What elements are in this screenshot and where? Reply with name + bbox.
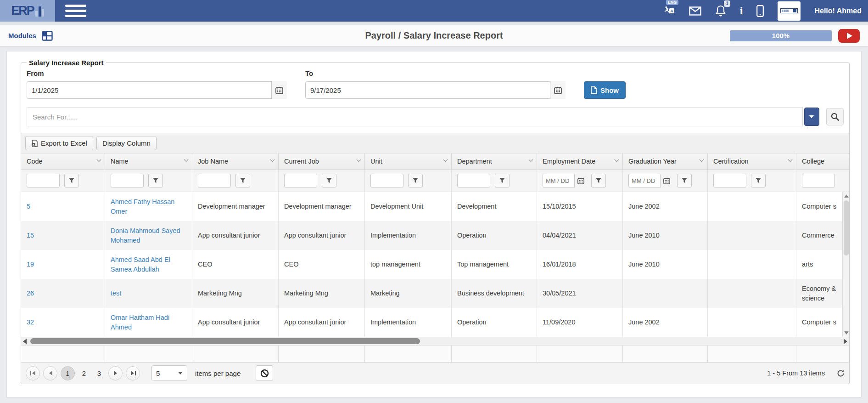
chevron-down-icon[interactable]	[356, 159, 361, 162]
table-row[interactable]: 32 Omar Haitham Hadi Ahmed App consultan…	[21, 308, 842, 337]
vertical-scrollbar[interactable]	[842, 192, 849, 337]
table-row[interactable]: 5 Ahmed Fathy Hassan Omer Development ma…	[21, 192, 842, 221]
cancel-icon	[260, 369, 269, 378]
language-switcher[interactable]: ENG A	[663, 6, 675, 17]
scroll-left-arrow-icon[interactable]	[23, 339, 27, 344]
employee-code-link[interactable]: 32	[27, 318, 34, 327]
horizontal-scrollbar[interactable]	[21, 337, 849, 346]
employee-code-link[interactable]: 5	[27, 202, 30, 211]
column-header-current-job[interactable]: Current Job	[279, 153, 365, 169]
filter-button-code[interactable]	[64, 174, 79, 187]
table-row[interactable]: 26 test Marketing Mng Marketing Mng Mark…	[21, 279, 842, 308]
search-input[interactable]	[27, 107, 803, 126]
export-to-excel-button[interactable]: x Export to Excel	[25, 136, 93, 150]
mail-button[interactable]	[689, 6, 701, 16]
filter-input-certification[interactable]	[713, 174, 746, 187]
chevron-down-icon[interactable]	[184, 159, 189, 162]
unit-cell: Implementation	[365, 221, 452, 250]
to-date-calendar-button[interactable]	[550, 81, 566, 99]
filter-input-unit[interactable]	[370, 174, 403, 187]
to-date-input[interactable]	[305, 81, 566, 99]
column-header-department[interactable]: Department	[452, 153, 537, 169]
filter-input-code[interactable]	[27, 174, 60, 187]
horizontal-scrollbar-thumb[interactable]	[30, 338, 420, 344]
chevron-down-icon[interactable]	[788, 159, 793, 162]
clear-filters-button[interactable]	[256, 365, 273, 381]
column-header-name[interactable]: Name	[105, 153, 192, 169]
department-cell: Business development	[452, 279, 537, 308]
erp-logo[interactable]: ERP	[0, 0, 55, 22]
filter-input-department[interactable]	[457, 174, 490, 187]
mobile-app-button[interactable]	[756, 5, 764, 17]
page-size-select[interactable]: 5	[151, 365, 187, 381]
employee-name-link[interactable]: Ahmed Fathy Hassan Omer	[111, 197, 186, 216]
filter-button-graduation-year[interactable]	[677, 174, 692, 187]
display-column-button[interactable]: Display Column	[96, 136, 157, 150]
page-button-current[interactable]: 1	[61, 366, 75, 380]
notifications-button[interactable]: 1	[715, 5, 726, 17]
search-button[interactable]	[826, 108, 844, 125]
page-button-3[interactable]: 3	[93, 369, 105, 377]
chevron-down-icon[interactable]	[443, 159, 448, 162]
info-button[interactable]: i	[740, 5, 743, 17]
filter-calendar-button-graduation[interactable]	[660, 174, 672, 187]
column-header-employment-date[interactable]: Employment Date	[537, 153, 623, 169]
from-date-calendar-button[interactable]	[271, 81, 287, 99]
video-help-button[interactable]	[838, 29, 860, 43]
column-header-unit[interactable]: Unit	[365, 153, 452, 169]
chevron-down-icon[interactable]	[96, 159, 101, 162]
filter-button-certification[interactable]	[751, 174, 766, 187]
filter-button-employment-date[interactable]	[591, 174, 606, 187]
filter-button-department[interactable]	[495, 174, 510, 187]
filter-button-job-name[interactable]	[235, 174, 250, 187]
greeting-user[interactable]: Hello! Ahmed	[814, 7, 862, 15]
first-page-button[interactable]	[26, 366, 40, 380]
filter-button-unit[interactable]	[408, 174, 423, 187]
employee-name-link[interactable]: Omar Haitham Hadi Ahmed	[111, 313, 186, 332]
scroll-up-arrow-icon[interactable]	[844, 194, 849, 198]
filter-button-name[interactable]	[148, 174, 163, 187]
job-name-cell: App consultant junior	[192, 221, 279, 250]
grid-footer-row	[21, 346, 849, 363]
job-name-cell: Development manager	[192, 192, 279, 221]
filter-calendar-button-employment[interactable]	[574, 174, 587, 187]
show-button[interactable]: Show	[584, 81, 626, 99]
menu-hamburger-icon[interactable]	[65, 2, 86, 20]
filter-button-current-job[interactable]	[322, 174, 336, 187]
from-date-input[interactable]	[27, 81, 287, 99]
employee-name-link[interactable]: Donia Mahmoud Sayed Mohamed	[111, 226, 186, 245]
filter-input-job-name[interactable]	[198, 174, 231, 187]
chevron-down-icon[interactable]	[528, 159, 533, 162]
column-header-certification[interactable]: Certification	[708, 153, 796, 169]
employee-code-link[interactable]: 19	[27, 260, 34, 269]
vertical-scrollbar-thumb[interactable]	[844, 200, 849, 255]
horizontal-scrollbar-track[interactable]	[29, 338, 841, 344]
chevron-down-icon[interactable]	[270, 159, 275, 162]
modules-button[interactable]: Modules	[8, 31, 53, 41]
filter-input-college[interactable]	[802, 174, 835, 187]
last-page-button[interactable]	[126, 366, 140, 380]
refresh-button[interactable]	[837, 369, 845, 377]
employee-code-link[interactable]: 26	[27, 289, 34, 298]
table-row[interactable]: 19 Ahmed Saad Abd El Samea Abdullah CEO …	[21, 250, 842, 279]
chevron-down-icon[interactable]	[699, 159, 704, 162]
chevron-down-icon[interactable]	[614, 159, 619, 162]
filter-input-current-job[interactable]	[284, 174, 317, 187]
column-header-college[interactable]: College	[796, 153, 849, 169]
page-button-2[interactable]: 2	[78, 369, 90, 377]
previous-page-button[interactable]	[43, 366, 57, 380]
employee-code-link[interactable]: 15	[27, 231, 34, 240]
table-row[interactable]: 15 Donia Mahmoud Sayed Mohamed App consu…	[21, 221, 842, 250]
column-header-graduation-year[interactable]: Graduation Year	[623, 153, 708, 169]
scroll-down-arrow-icon[interactable]	[844, 331, 849, 335]
column-header-code[interactable]: Code	[21, 153, 105, 169]
column-header-label: Department	[457, 158, 492, 165]
next-page-button[interactable]	[108, 366, 123, 380]
search-options-dropdown[interactable]	[804, 108, 819, 126]
employee-name-link[interactable]: test	[111, 289, 121, 298]
column-header-job-name[interactable]: Job Name	[192, 153, 279, 169]
scroll-right-arrow-icon[interactable]	[844, 339, 847, 344]
employee-name-link[interactable]: Ahmed Saad Abd El Samea Abdullah	[111, 255, 186, 274]
filter-input-name[interactable]	[111, 174, 144, 187]
company-logo[interactable]	[778, 1, 801, 21]
